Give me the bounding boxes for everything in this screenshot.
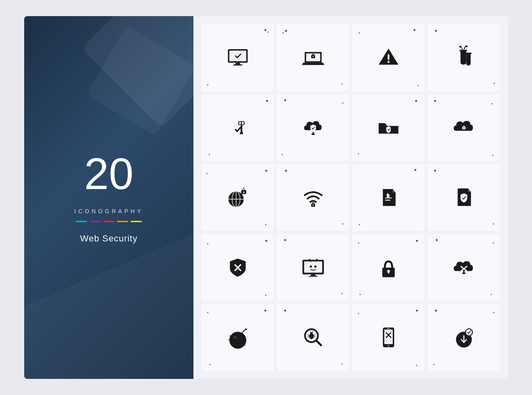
dot: [284, 310, 286, 312]
dot: [416, 365, 417, 366]
dot: [494, 83, 495, 84]
svg-rect-14: [241, 125, 242, 134]
cloud-x-icon[interactable]: [428, 234, 500, 301]
svg-point-11: [459, 46, 461, 47]
svg-point-19: [311, 133, 314, 135]
dot: [491, 103, 493, 104]
svg-rect-33: [385, 200, 390, 201]
dot: [433, 364, 434, 365]
usb-check-icon[interactable]: [202, 94, 274, 161]
svg-point-6: [312, 56, 314, 57]
dot: [264, 29, 266, 31]
dot: [341, 293, 343, 294]
dot: [207, 84, 208, 85]
dot: [341, 83, 343, 85]
svg-rect-2: [235, 62, 240, 64]
cloud-shield-icon[interactable]: [277, 94, 349, 161]
shield-download-icon[interactable]: [428, 304, 500, 371]
left-panel: 20 ICONOGRAPHY Web Security: [24, 16, 193, 379]
padlock-icon[interactable]: [352, 234, 424, 301]
dot: [265, 295, 266, 296]
bomb-icon[interactable]: [202, 304, 274, 371]
svg-point-41: [316, 259, 318, 260]
svg-rect-68: [384, 330, 393, 344]
svg-point-37: [314, 265, 316, 268]
dot: [359, 32, 360, 33]
svg-rect-3: [233, 64, 242, 66]
svg-point-39: [309, 259, 310, 260]
svg-rect-1: [229, 50, 246, 61]
dot: [435, 30, 437, 32]
dot: [436, 239, 438, 241]
color-bars: [74, 221, 143, 222]
phone-x-icon[interactable]: [352, 304, 424, 371]
dot: [416, 310, 418, 312]
svg-point-12: [465, 46, 468, 47]
fire-document-icon[interactable]: [352, 164, 424, 231]
color-bar-5: [131, 221, 142, 222]
dot: [359, 224, 360, 225]
cloud-lock-icon[interactable]: [428, 94, 500, 161]
svg-point-50: [245, 328, 247, 330]
color-bar-3: [103, 221, 114, 222]
laptop-lock-icon[interactable]: [277, 24, 349, 91]
dot: [207, 243, 208, 244]
svg-rect-16: [239, 122, 241, 125]
svg-point-49: [229, 332, 246, 349]
svg-rect-15: [239, 133, 243, 134]
main-container: 20 ICONOGRAPHY Web Security: [24, 16, 508, 379]
shield-document-icon[interactable]: [428, 164, 500, 231]
globe-lock-icon[interactable]: [202, 164, 274, 231]
dot: [283, 32, 284, 33]
shield-x-icon[interactable]: [202, 234, 274, 301]
secure-monitor-icon[interactable]: [202, 24, 274, 91]
dot: [415, 100, 417, 102]
dot: [342, 102, 343, 104]
hacked-monitor-icon[interactable]: [277, 234, 349, 301]
dot: [285, 30, 287, 32]
svg-rect-10: [465, 52, 471, 54]
color-bar-1: [76, 221, 87, 222]
warning-triangle-icon[interactable]: [352, 24, 424, 91]
svg-rect-43: [308, 276, 317, 276]
pack-title: Web Security: [74, 233, 143, 244]
bug-search-icon[interactable]: [277, 304, 349, 371]
secure-folder-icon[interactable]: [352, 94, 424, 161]
dot: [490, 294, 492, 295]
dot: [264, 310, 266, 312]
dot: [265, 224, 266, 225]
svg-point-55: [244, 345, 245, 346]
dot: [434, 170, 436, 172]
dot: [492, 155, 493, 156]
dot: [416, 240, 418, 242]
svg-rect-7: [387, 54, 389, 60]
svg-point-52: [229, 335, 231, 337]
dot: [493, 223, 494, 225]
svg-point-70: [387, 345, 389, 347]
svg-point-8: [387, 61, 389, 63]
svg-rect-22: [463, 128, 464, 129]
dot: [266, 100, 268, 102]
category-label: ICONOGRAPHY: [74, 208, 143, 214]
dot: [414, 29, 416, 31]
dot: [360, 294, 361, 295]
svg-point-53: [228, 339, 229, 341]
svg-rect-32: [385, 198, 392, 198]
dot: [358, 153, 359, 154]
icon-count: 20: [74, 152, 143, 196]
dot: [206, 173, 208, 174]
dot: [342, 223, 343, 225]
dot: [418, 85, 419, 86]
wifi-lock-icon[interactable]: [277, 164, 349, 231]
color-bar-2: [89, 221, 101, 222]
dot: [207, 312, 208, 313]
test-tubes-icon[interactable]: [428, 24, 500, 91]
svg-rect-35: [304, 261, 322, 272]
svg-rect-46: [388, 271, 389, 274]
left-content: 20 ICONOGRAPHY Web Security: [74, 152, 143, 244]
svg-rect-42: [311, 274, 315, 276]
dot: [434, 100, 436, 102]
svg-point-31: [312, 204, 314, 206]
dot: [265, 170, 267, 172]
svg-rect-69: [387, 328, 390, 329]
